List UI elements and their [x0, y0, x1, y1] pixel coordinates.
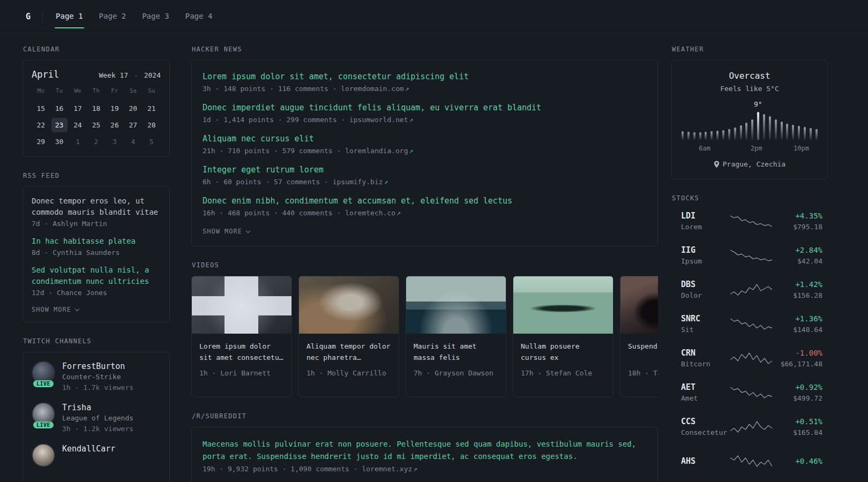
- stock-symbol: CRN: [681, 348, 730, 359]
- stock-row[interactable]: LDI Lorem +4.35% $795.18: [672, 209, 827, 234]
- stock-symbol: LDI: [681, 210, 730, 222]
- weather-feels-like: Feels like 5°C: [682, 85, 818, 93]
- hn-item-title[interactable]: Donec enim nibh, condimentum et accumsan…: [203, 195, 647, 207]
- stock-values: -1.00% $66,171.48: [772, 348, 822, 370]
- rss-item-title[interactable]: In hac habitasse platea: [32, 236, 161, 247]
- calendar-day: 28: [144, 118, 160, 132]
- subreddit-post: Maecenas mollis pulvinar erat non posuer…: [203, 438, 647, 473]
- weather-bar: [751, 119, 753, 140]
- calendar-day-selected: 23: [51, 118, 68, 132]
- video-body: Nullam posuere cursus ex 17h · Stefan Co…: [513, 334, 613, 377]
- tab-page-4[interactable]: Page 4: [184, 0, 214, 33]
- calendar-day: 29: [33, 134, 49, 149]
- stock-row[interactable]: DBS Dolor +1.42% $156.28: [672, 277, 827, 302]
- hn-item-title[interactable]: Lorem ipsum dolor sit amet, consectetur …: [203, 71, 647, 82]
- rss-item-title[interactable]: Donec tempor eros leo, ut commodo mauris…: [32, 195, 161, 218]
- hn-item-meta: 3h · 148 points · 116 comments · loremdo…: [203, 85, 647, 93]
- calendar-day-next-month: 2: [88, 134, 104, 149]
- calendar-day: 21: [144, 101, 160, 116]
- tab-page-1[interactable]: Page 1: [55, 0, 84, 33]
- hn-item-title[interactable]: Integer eget rutrum lorem: [203, 164, 647, 176]
- stock-change: +2.84%: [772, 245, 822, 256]
- app-logo[interactable]: G: [23, 12, 34, 21]
- video-thumbnail: [192, 276, 291, 334]
- stock-row[interactable]: SNRC Sit +1.36% $148.64: [672, 312, 827, 336]
- weather-card: Overcast Feels like 5°C 9° 6am 2pm 10pm …: [671, 60, 828, 179]
- twitch-card: LIVE ForrestBurton Counter-Strike 1h · 1…: [23, 352, 170, 482]
- stock-row[interactable]: CCS Consectetur +0.51% $165.84: [672, 415, 827, 439]
- channel-avatar-wrap: LIVE: [32, 402, 55, 426]
- video-meta: 17h · Stefan Cole: [521, 369, 605, 377]
- video-card[interactable]: Aliquam tempor dolor nec pharetra… 1h · …: [298, 276, 399, 397]
- tab-page-2[interactable]: Page 2: [98, 0, 128, 33]
- weather-bar: [775, 119, 777, 140]
- stock-price: $165.84: [772, 427, 822, 438]
- day-header: Su: [143, 86, 161, 96]
- stock-change: +0.46%: [772, 456, 822, 467]
- hn-show-more-button[interactable]: SHOW MORE: [203, 228, 250, 235]
- stocks-list: LDI Lorem +4.35% $795.18 IIG Ipsum +2.84…: [671, 209, 828, 473]
- stock-change: +1.36%: [772, 313, 822, 325]
- rss-item-meta: 12d · Chance Jones: [32, 289, 161, 297]
- stocks-section-label: STOCKS: [672, 194, 828, 202]
- rss-show-more-button[interactable]: SHOW MORE: [32, 306, 79, 313]
- tab-page-3[interactable]: Page 3: [141, 0, 170, 33]
- calendar-day: 15: [33, 101, 49, 116]
- stock-row[interactable]: AHS +0.46%: [672, 449, 827, 473]
- stock-values: +0.46%: [772, 456, 822, 467]
- hn-domain-link[interactable]: loremdomain.com: [341, 85, 403, 93]
- subreddit-post-title[interactable]: Maecenas mollis pulvinar erat non posuer…: [203, 438, 647, 463]
- channel-avatar-wrap: [32, 443, 55, 467]
- rss-item: In hac habitasse platea 8d · Cynthia Sau…: [32, 236, 161, 257]
- weather-bar: [705, 132, 707, 140]
- video-card[interactable]: Lorem ipsum dolor sit amet consectetu… 1…: [191, 276, 292, 397]
- weather-bars: [682, 112, 818, 140]
- twitch-channel[interactable]: LIVE Trisha League of Legends 3h · 1.2k …: [32, 402, 161, 434]
- hn-meta-text: 21h · 710 points · 579 comments ·: [203, 147, 345, 155]
- day-header: Th: [87, 86, 105, 96]
- twitch-channel[interactable]: KendallCarr: [32, 443, 161, 467]
- stock-values: +1.36% $148.64: [772, 313, 822, 335]
- weather-condition: Overcast: [682, 70, 818, 82]
- video-thumbnail: [299, 276, 399, 334]
- video-card[interactable]: Mauris sit amet massa felis 7h · Grayson…: [406, 276, 506, 397]
- subreddit-domain-link[interactable]: loremnet.xyz: [362, 465, 412, 473]
- external-link-icon: ↗: [384, 178, 388, 186]
- hn-domain-link[interactable]: loremtech.co: [345, 209, 395, 217]
- calendar-grid: 15 16 17 18 19 20 21 22 23 24 25 26 27 2…: [32, 100, 161, 150]
- rss-item-title[interactable]: Sed volutpat nulla nisl, a condimentum n…: [32, 265, 161, 287]
- stock-values: +1.42% $156.28: [772, 279, 822, 301]
- stock-price: $42.04: [772, 256, 822, 267]
- day-header: Tu: [50, 86, 68, 96]
- twitch-channel[interactable]: LIVE ForrestBurton Counter-Strike 1h · 1…: [32, 361, 161, 393]
- chevron-down-icon: [75, 306, 79, 311]
- external-link-icon: ↗: [413, 465, 417, 473]
- stock-name: Dolor: [681, 290, 730, 301]
- calendar-day: 22: [33, 118, 49, 132]
- video-card[interactable]: Suspendisse diam 18h · Tara: [620, 276, 658, 397]
- weather-bar: [786, 124, 788, 140]
- stock-id: LDI Lorem: [681, 210, 730, 232]
- video-card[interactable]: Nullam posuere cursus ex 17h · Stefan Co…: [513, 276, 613, 397]
- stock-sparkline: [730, 317, 772, 331]
- stock-row[interactable]: AET Amet +0.92% $499.72: [672, 380, 827, 405]
- stock-row[interactable]: IIG Ipsum +2.84% $42.04: [672, 243, 827, 268]
- weather-times: 6am 2pm 10pm: [682, 145, 818, 152]
- hackernews-section-label: HACKER NEWS: [192, 46, 658, 53]
- hn-item: Donec enim nibh, condimentum et accumsan…: [203, 195, 647, 217]
- stock-id: CRN Bitcorn: [681, 348, 730, 370]
- weather-bar: [687, 132, 690, 140]
- hn-item-title[interactable]: Donec imperdiet augue tincidunt felis al…: [203, 102, 647, 114]
- calendar-day: 19: [107, 101, 123, 116]
- video-body: Suspendisse diam 18h · Tara: [620, 334, 658, 377]
- hn-domain-link[interactable]: loremlandia.org: [345, 147, 408, 155]
- stock-row[interactable]: CRN Bitcorn -1.00% $66,171.48: [672, 346, 827, 371]
- hn-meta-text: 1d · 1,414 points · 299 comments ·: [203, 116, 349, 124]
- time-label: 10pm: [794, 145, 809, 152]
- hn-item: Lorem ipsum dolor sit amet, consectetur …: [203, 71, 647, 93]
- hn-domain-link[interactable]: ipsumify.biz: [333, 178, 383, 186]
- stock-id: IIG Ipsum: [681, 245, 730, 267]
- hn-item-title[interactable]: Aliquam nec cursus elit: [203, 133, 647, 145]
- hn-domain-link[interactable]: ipsumworld.net: [349, 116, 408, 124]
- channel-info: Trisha League of Legends 3h · 1.2k viewe…: [62, 402, 133, 434]
